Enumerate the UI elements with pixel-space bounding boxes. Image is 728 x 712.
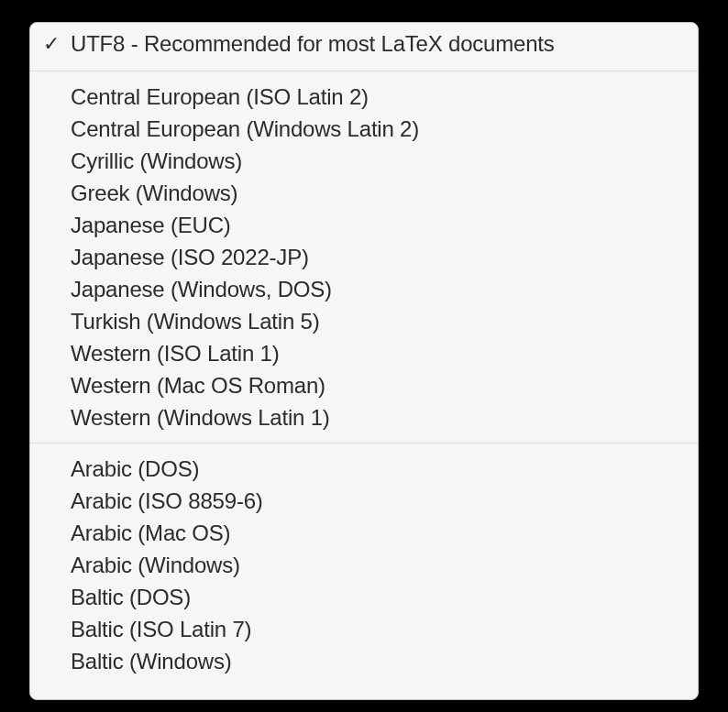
menu-item-label: Central European (Windows Latin 2)	[71, 116, 419, 142]
menu-item-arabic-mac[interactable]: Arabic (Mac OS)	[30, 517, 698, 549]
menu-item-label: Arabic (Windows)	[71, 553, 240, 578]
menu-section-other: Arabic (DOS) Arabic (ISO 8859-6) Arabic …	[30, 449, 698, 681]
menu-item-japanese-euc[interactable]: Japanese (EUC)	[30, 209, 698, 241]
menu-section-common: Central European (ISO Latin 2) Central E…	[30, 77, 698, 437]
menu-item-label: Greek (Windows)	[71, 181, 237, 206]
menu-item-label: Western (Windows Latin 1)	[71, 405, 330, 431]
menu-item-label: UTF8 - Recommended for most LaTeX docume…	[71, 31, 555, 57]
menu-item-label: Baltic (DOS)	[71, 585, 191, 610]
menu-item-central-european-iso[interactable]: Central European (ISO Latin 2)	[30, 81, 698, 113]
menu-separator	[30, 443, 698, 444]
menu-item-central-european-windows[interactable]: Central European (Windows Latin 2)	[30, 113, 698, 145]
menu-item-label: Baltic (Windows)	[71, 649, 232, 674]
menu-item-label: Western (Mac OS Roman)	[71, 373, 325, 399]
menu-item-cyrillic-windows[interactable]: Cyrillic (Windows)	[30, 145, 698, 177]
menu-item-baltic-windows[interactable]: Baltic (Windows)	[30, 645, 698, 677]
menu-item-label: Arabic (Mac OS)	[71, 520, 230, 546]
check-icon: ✓	[43, 34, 60, 54]
menu-item-western-windows[interactable]: Western (Windows Latin 1)	[30, 401, 698, 433]
menu-section-recommended: ✓ UTF8 - Recommended for most LaTeX docu…	[30, 23, 698, 65]
menu-item-label: Japanese (EUC)	[71, 213, 231, 238]
menu-item-baltic-iso[interactable]: Baltic (ISO Latin 7)	[30, 613, 698, 645]
menu-item-label: Cyrillic (Windows)	[71, 148, 242, 174]
menu-item-label: Arabic (DOS)	[71, 456, 199, 482]
menu-item-label: Arabic (ISO 8859-6)	[71, 488, 263, 514]
menu-item-japanese-windows-dos[interactable]: Japanese (Windows, DOS)	[30, 273, 698, 305]
menu-item-label: Japanese (ISO 2022-JP)	[71, 245, 309, 270]
menu-item-western-mac[interactable]: Western (Mac OS Roman)	[30, 369, 698, 401]
menu-item-arabic-iso[interactable]: Arabic (ISO 8859-6)	[30, 485, 698, 517]
menu-separator	[30, 71, 698, 71]
menu-item-western-iso[interactable]: Western (ISO Latin 1)	[30, 337, 698, 369]
menu-item-baltic-dos[interactable]: Baltic (DOS)	[30, 581, 698, 613]
menu-item-label: Baltic (ISO Latin 7)	[71, 617, 251, 642]
menu-item-greek-windows[interactable]: Greek (Windows)	[30, 177, 698, 209]
menu-item-japanese-iso2022[interactable]: Japanese (ISO 2022-JP)	[30, 241, 698, 273]
menu-item-label: Western (ISO Latin 1)	[71, 341, 279, 367]
menu-item-label: Turkish (Windows Latin 5)	[71, 309, 320, 334]
menu-item-utf8[interactable]: ✓ UTF8 - Recommended for most LaTeX docu…	[30, 27, 698, 61]
menu-item-label: Central European (ISO Latin 2)	[71, 84, 369, 110]
encoding-dropdown-panel: ✓ UTF8 - Recommended for most LaTeX docu…	[29, 22, 699, 700]
check-column: ✓	[43, 34, 71, 54]
menu-item-turkish-windows[interactable]: Turkish (Windows Latin 5)	[30, 305, 698, 337]
menu-item-label: Japanese (Windows, DOS)	[71, 277, 332, 302]
menu-item-arabic-windows[interactable]: Arabic (Windows)	[30, 549, 698, 581]
menu-item-arabic-dos[interactable]: Arabic (DOS)	[30, 453, 698, 485]
